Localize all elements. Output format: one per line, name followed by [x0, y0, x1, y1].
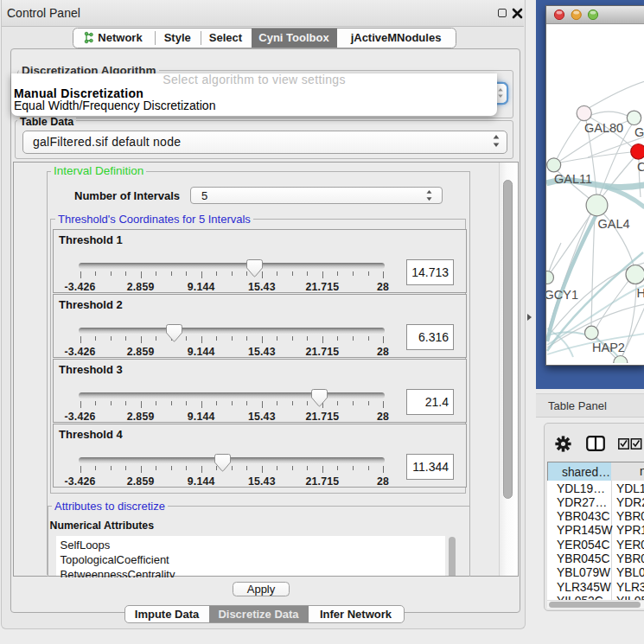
svg-text:CR: CR — [637, 160, 644, 174]
svg-text:HAP2: HAP2 — [592, 341, 625, 354]
svg-text:GAL4: GAL4 — [598, 217, 630, 231]
svg-text:GAL11: GAL11 — [554, 172, 592, 186]
svg-text:GCY1: GCY1 — [546, 288, 578, 302]
svg-text:GAL8: GAL8 — [634, 125, 644, 139]
svg-text:GAL80: GAL80 — [584, 121, 623, 135]
svg-text:HI: HI — [637, 286, 644, 300]
